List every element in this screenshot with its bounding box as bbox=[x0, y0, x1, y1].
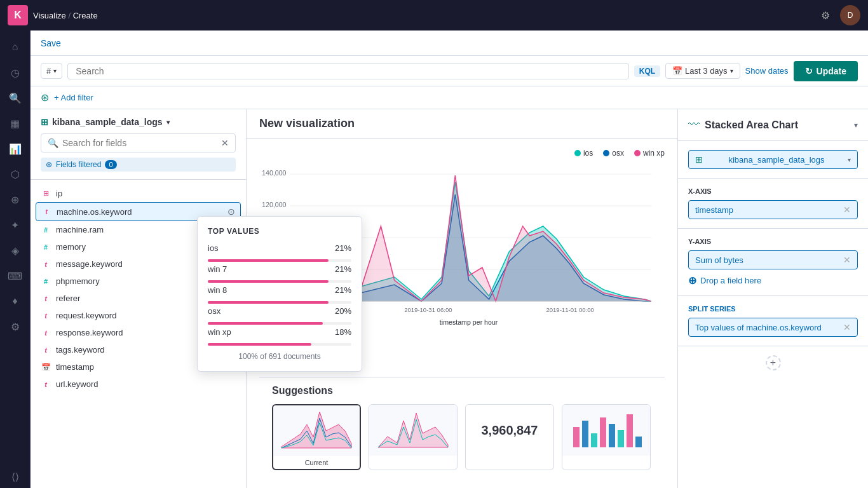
suggestion-card-2[interactable] bbox=[369, 404, 458, 470]
chevron-down-icon: ▾ bbox=[166, 119, 170, 126]
add-circle-button[interactable]: + bbox=[766, 355, 781, 370]
dev-tools-icon[interactable]: ⌨ bbox=[4, 264, 27, 287]
t-type-icon: t bbox=[41, 208, 51, 215]
suggestion-card-3[interactable] bbox=[562, 404, 651, 470]
date-picker[interactable]: 📅 Last 3 days ▾ bbox=[665, 63, 740, 79]
suggestion-preview-2 bbox=[369, 405, 457, 456]
legend-item-ios: ios bbox=[574, 149, 593, 158]
suggestion-card-current[interactable]: Current bbox=[272, 404, 361, 470]
search-input[interactable] bbox=[76, 66, 621, 76]
right-index-tag[interactable]: ⊞ kibana_sample_data_logs ▾ bbox=[688, 150, 858, 169]
fields-header: ⊞ kibana_sample_data_logs ▾ 🔍 ✕ ⊛ Fields… bbox=[31, 109, 246, 180]
calendar-type-icon: 📅 bbox=[41, 363, 51, 372]
update-button[interactable]: ↻ Update bbox=[794, 61, 858, 81]
collapse-icon[interactable]: ⟨⟩ bbox=[4, 465, 27, 488]
split-clear-button[interactable]: ✕ bbox=[843, 322, 851, 332]
popup-label-osx: osx bbox=[208, 306, 330, 316]
suggestions-row: Current bbox=[272, 404, 652, 478]
popup-label-win8: win 8 bbox=[208, 285, 330, 295]
app-logo[interactable]: K bbox=[8, 5, 28, 25]
field-item-url-keyword[interactable]: t url.keyword bbox=[31, 376, 246, 393]
chart-title: New visualization bbox=[259, 117, 665, 130]
hash-type-icon: # bbox=[41, 278, 51, 285]
x-axis-clear-button[interactable]: ✕ bbox=[843, 205, 851, 215]
popup-footer: 100% of 691 documents bbox=[208, 352, 351, 361]
save-button[interactable]: Save bbox=[41, 38, 61, 48]
maps-icon[interactable]: ⊕ bbox=[4, 188, 27, 211]
svg-text:120,000: 120,000 bbox=[262, 201, 287, 208]
suggestion-card-number[interactable]: 3,960,847 bbox=[465, 404, 554, 470]
home-icon[interactable]: ⌂ bbox=[4, 36, 27, 58]
field-close-icon[interactable]: ⊙ bbox=[227, 207, 235, 217]
field-name-url-keyword: url.keyword bbox=[56, 379, 236, 389]
x-axis-label: X-axis bbox=[688, 187, 858, 195]
search-input-wrap bbox=[67, 63, 629, 79]
drop-field-label: Drop a field here bbox=[700, 276, 761, 285]
ml-icon[interactable]: ✦ bbox=[4, 214, 27, 236]
grid-type-icon: ⊞ bbox=[41, 189, 51, 198]
popup-pct-winxp: 18% bbox=[335, 327, 351, 337]
field-item-ip[interactable]: ⊞ ip bbox=[31, 185, 246, 202]
legend-item-osx: osx bbox=[603, 149, 624, 158]
t-type-icon: t bbox=[41, 295, 51, 302]
legend-dot-ios bbox=[574, 150, 581, 156]
management-icon[interactable]: ⚙ bbox=[4, 315, 27, 338]
toolbar: Save bbox=[31, 30, 868, 56]
popup-row-ios: ios 21% bbox=[208, 243, 351, 253]
chevron-down-icon[interactable]: ▾ bbox=[854, 121, 858, 130]
settings-icon[interactable]: ⚙ bbox=[821, 10, 830, 22]
clock-icon[interactable]: ◷ bbox=[4, 61, 27, 84]
y-axis-section: Y-axis Sum of bytes ✕ ⊕ Drop a field her… bbox=[678, 229, 868, 296]
chevron-down-icon: ▾ bbox=[730, 67, 733, 74]
legend-item-winxp: win xp bbox=[634, 149, 665, 158]
discover-icon[interactable]: 🔍 bbox=[4, 86, 27, 109]
y-axis-field-name: Sum of bytes bbox=[695, 255, 743, 265]
popup-pct-win8: 21% bbox=[335, 285, 351, 295]
siem-icon[interactable]: ◈ bbox=[4, 239, 27, 262]
suggestions-section: Suggestions Current bbox=[259, 377, 665, 478]
fields-filter-badge[interactable]: ⊛ Fields filtered 0 bbox=[41, 158, 236, 172]
field-name-machine-os-keyword: machine.os.keyword bbox=[57, 207, 222, 217]
monitoring-icon[interactable]: ♦ bbox=[4, 290, 27, 313]
clear-search-icon[interactable]: ✕ bbox=[221, 138, 229, 148]
search-fields-wrap: 🔍 ✕ bbox=[41, 133, 236, 152]
kql-badge[interactable]: KQL bbox=[634, 65, 660, 77]
drop-field-button[interactable]: ⊕ Drop a field here bbox=[688, 269, 858, 287]
show-dates-button[interactable]: Show dates bbox=[745, 66, 789, 76]
filter-icon: ⊛ bbox=[46, 160, 52, 169]
chevron-down-icon: ▾ bbox=[53, 67, 57, 74]
suggestion-preview-current bbox=[273, 405, 360, 456]
index-selector[interactable]: # ▾ bbox=[41, 63, 62, 79]
y-axis-field-tag[interactable]: Sum of bytes ✕ bbox=[688, 250, 858, 269]
top-navigation: K Visualize / Create ⚙ D bbox=[0, 0, 868, 30]
t-type-icon: t bbox=[41, 346, 51, 354]
dashboard-icon[interactable]: ▦ bbox=[4, 112, 27, 135]
plus-icon: ⊕ bbox=[688, 274, 696, 287]
popup-label-win7: win 7 bbox=[208, 264, 330, 274]
suggestion-preview-3 bbox=[562, 405, 650, 456]
svg-rect-20 bbox=[635, 437, 642, 447]
search-fields-input[interactable] bbox=[62, 138, 217, 148]
canvas-icon[interactable]: ⬡ bbox=[4, 163, 27, 186]
svg-rect-16 bbox=[600, 417, 606, 447]
index-icon: ⊞ bbox=[695, 154, 703, 165]
t-type-icon: t bbox=[41, 312, 51, 320]
index-name[interactable]: ⊞ kibana_sample_data_logs ▾ bbox=[41, 117, 236, 133]
split-series-label[interactable]: Split series bbox=[688, 305, 858, 313]
avatar[interactable]: D bbox=[840, 5, 860, 25]
svg-rect-18 bbox=[618, 430, 624, 447]
x-axis-field-tag[interactable]: timestamp ✕ bbox=[688, 200, 858, 219]
popup-title: TOP VALUES bbox=[208, 227, 351, 236]
breadcrumb: Visualize / Create bbox=[33, 11, 816, 20]
add-filter-button[interactable]: + Add filter bbox=[54, 93, 93, 102]
search-icon: 🔍 bbox=[48, 138, 58, 148]
y-axis-clear-button[interactable]: ✕ bbox=[843, 255, 851, 265]
svg-rect-17 bbox=[609, 424, 615, 447]
suggestion-number-value: 3,960,847 bbox=[477, 413, 543, 448]
main-layout: Save # ▾ KQL 📅 Last 3 days ▾ Show dates … bbox=[31, 30, 868, 488]
chart-type-label: Stacked Area Chart bbox=[705, 119, 849, 131]
split-field-tag[interactable]: Top values of machine.os.keyword ✕ bbox=[688, 318, 858, 337]
svg-text:140,000: 140,000 bbox=[262, 170, 287, 177]
visualize-icon[interactable]: 📊 bbox=[4, 137, 27, 160]
popup-label-winxp: win xp bbox=[208, 327, 330, 337]
